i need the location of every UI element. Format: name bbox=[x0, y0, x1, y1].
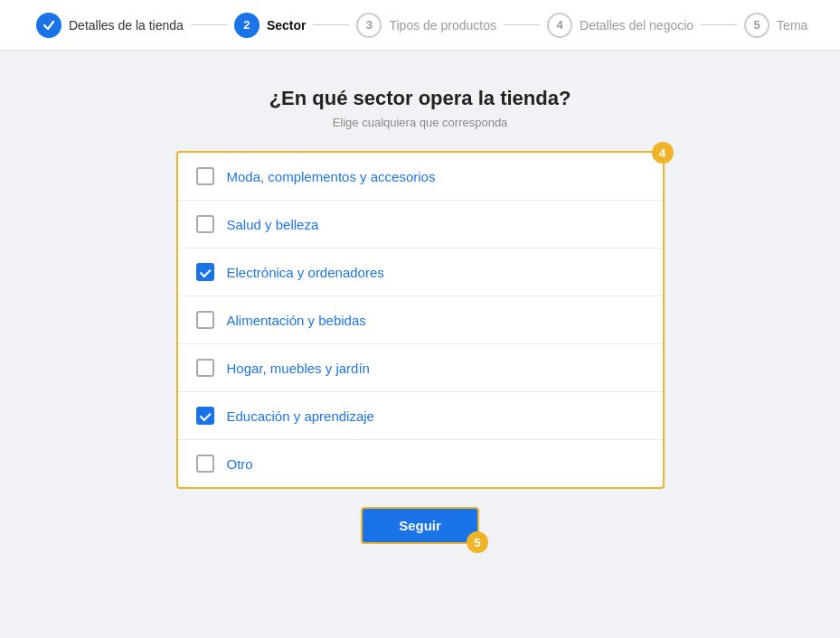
checkbox-opt1[interactable] bbox=[196, 167, 214, 185]
option-row-5[interactable]: Hogar, muebles y jardín bbox=[178, 344, 663, 392]
step-2-label: Sector bbox=[267, 18, 307, 33]
connector-4-5 bbox=[701, 24, 737, 25]
option-label-6[interactable]: Educación y aprendizaje bbox=[227, 408, 374, 424]
step-4-label: Detalles del negocio bbox=[580, 18, 694, 33]
step-2[interactable]: 2 Sector bbox=[234, 13, 307, 38]
page-subtitle: Elige cualquiera que corresponda bbox=[333, 116, 508, 129]
seguir-button[interactable]: Seguir 5 bbox=[361, 507, 479, 544]
button-area: Seguir 5 bbox=[361, 507, 479, 544]
connector-2-3 bbox=[313, 24, 349, 25]
page-title: ¿En qué sector opera la tienda? bbox=[269, 87, 571, 110]
checkbox-opt6[interactable] bbox=[196, 407, 214, 425]
options-container: 4 Moda, complementos y accesorios Salud … bbox=[176, 151, 665, 489]
options-badge: 4 bbox=[652, 142, 674, 164]
step-4-circle: 4 bbox=[547, 13, 572, 38]
step-1[interactable]: Detalles de la tienda bbox=[36, 13, 184, 38]
connector-3-4 bbox=[504, 24, 540, 25]
step-1-circle bbox=[36, 13, 61, 38]
step-5[interactable]: 5 Tema bbox=[744, 13, 807, 38]
seguir-label: Seguir bbox=[399, 518, 441, 533]
checkbox-opt5[interactable] bbox=[196, 359, 214, 377]
step-3-circle: 3 bbox=[356, 13, 382, 38]
stepper: Detalles de la tienda 2 Sector 3 Tipos d… bbox=[0, 0, 840, 51]
step-3[interactable]: 3 Tipos de productos bbox=[356, 13, 496, 38]
step-3-label: Tipos de productos bbox=[389, 18, 496, 33]
option-label-5[interactable]: Hogar, muebles y jardín bbox=[227, 361, 370, 376]
button-badge: 5 bbox=[467, 531, 488, 553]
option-label-3[interactable]: Electrónica y ordenadores bbox=[227, 265, 384, 280]
checkbox-opt3[interactable] bbox=[196, 263, 214, 281]
checkbox-opt7[interactable] bbox=[196, 455, 214, 473]
option-label-1[interactable]: Moda, complementos y accesorios bbox=[227, 169, 436, 184]
option-label-4[interactable]: Alimentación y bebidas bbox=[227, 313, 366, 328]
checkbox-opt4[interactable] bbox=[196, 311, 214, 329]
option-row-7[interactable]: Otro bbox=[178, 440, 663, 487]
step-5-circle: 5 bbox=[744, 13, 769, 38]
checkmark-icon bbox=[42, 19, 55, 32]
step-2-circle: 2 bbox=[234, 13, 260, 38]
checkbox-opt2[interactable] bbox=[196, 215, 214, 233]
option-row-6[interactable]: Educación y aprendizaje bbox=[178, 392, 663, 440]
option-row-1[interactable]: Moda, complementos y accesorios bbox=[178, 153, 663, 201]
option-row-4[interactable]: Alimentación y bebidas bbox=[178, 296, 663, 344]
option-row-2[interactable]: Salud y belleza bbox=[178, 201, 663, 249]
connector-1-2 bbox=[191, 24, 227, 25]
option-row-3[interactable]: Electrónica y ordenadores bbox=[178, 249, 663, 296]
step-5-label: Tema bbox=[777, 18, 807, 33]
option-label-2[interactable]: Salud y belleza bbox=[227, 217, 319, 232]
step-1-label: Detalles de la tienda bbox=[69, 18, 184, 33]
step-4[interactable]: 4 Detalles del negocio bbox=[547, 13, 694, 38]
option-label-7[interactable]: Otro bbox=[227, 456, 253, 472]
main-content: ¿En qué sector opera la tienda? Elige cu… bbox=[0, 51, 840, 571]
